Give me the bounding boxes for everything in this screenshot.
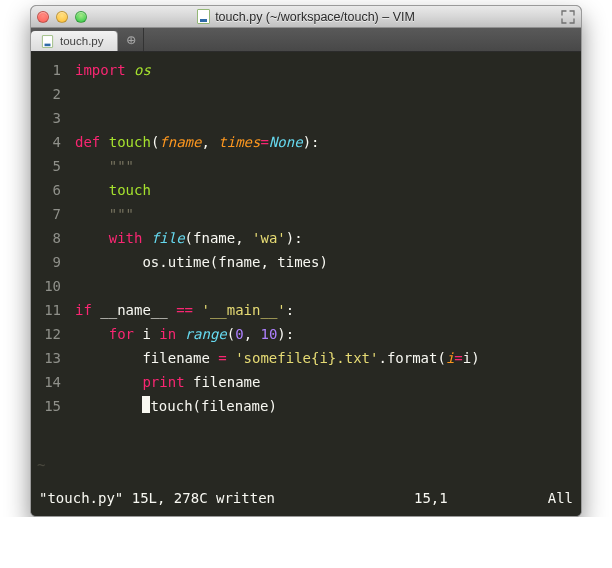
code-line[interactable]: import os (75, 58, 581, 82)
app-window: touch.py (~/workspace/touch) – VIM touch… (30, 5, 582, 517)
line-number: 9 (31, 250, 61, 274)
status-message: "touch.py" 15L, 278C written (39, 490, 275, 506)
code-line[interactable]: if __name__ == '__main__': (75, 298, 581, 322)
code-line[interactable] (75, 82, 581, 106)
plus-icon: ⊕ (126, 31, 135, 49)
line-number: 6 (31, 178, 61, 202)
line-number-gutter: 123456789101112131415 (31, 52, 71, 454)
macos-titlebar[interactable]: touch.py (~/workspace/touch) – VIM (31, 6, 581, 28)
cursor-position: 15,1 (414, 490, 548, 506)
line-number: 4 (31, 130, 61, 154)
tab-bar: touch.py ⊕ (31, 28, 581, 52)
code-line[interactable]: """ (75, 202, 581, 226)
line-number: 14 (31, 370, 61, 394)
zoom-icon[interactable] (75, 11, 87, 23)
fullscreen-icon[interactable] (561, 10, 575, 24)
window-title: touch.py (~/workspace/touch) – VIM (31, 9, 581, 24)
python-file-icon (42, 35, 53, 48)
traffic-lights (37, 11, 87, 23)
window-title-text: touch.py (~/workspace/touch) – VIM (215, 10, 415, 24)
scroll-percentage: All (548, 490, 573, 506)
line-number: 1 (31, 58, 61, 82)
tab-label: touch.py (60, 35, 103, 47)
code-line[interactable]: filename = 'somefile{i}.txt'.format(i=i) (75, 346, 581, 370)
code-line[interactable]: with file(fname, 'wa'): (75, 226, 581, 250)
code-line[interactable]: touch (75, 178, 581, 202)
line-number: 5 (31, 154, 61, 178)
code-line[interactable] (75, 274, 581, 298)
vim-status-line: "touch.py" 15L, 278C written 15,1 All (31, 480, 581, 516)
code-line[interactable]: touch(filename) (75, 394, 581, 418)
line-number: 13 (31, 346, 61, 370)
code-editor[interactable]: 123456789101112131415 import osdef touch… (31, 52, 581, 454)
python-file-icon (197, 9, 210, 24)
tab-touch-py[interactable]: touch.py (31, 31, 118, 51)
line-number: 11 (31, 298, 61, 322)
minimize-icon[interactable] (56, 11, 68, 23)
close-icon[interactable] (37, 11, 49, 23)
code-area[interactable]: import osdef touch(fname, times=None): "… (71, 52, 581, 454)
line-number: 10 (31, 274, 61, 298)
code-line[interactable]: """ (75, 154, 581, 178)
code-line[interactable]: for i in range(0, 10): (75, 322, 581, 346)
line-number: 8 (31, 226, 61, 250)
code-line[interactable] (75, 106, 581, 130)
line-number: 7 (31, 202, 61, 226)
vim-empty-line: ~ (31, 454, 581, 480)
code-line[interactable]: print filename (75, 370, 581, 394)
line-number: 2 (31, 82, 61, 106)
new-tab-button[interactable]: ⊕ (118, 28, 144, 51)
line-number: 15 (31, 394, 61, 418)
code-line[interactable]: os.utime(fname, times) (75, 250, 581, 274)
code-line[interactable]: def touch(fname, times=None): (75, 130, 581, 154)
line-number: 3 (31, 106, 61, 130)
line-number: 12 (31, 322, 61, 346)
